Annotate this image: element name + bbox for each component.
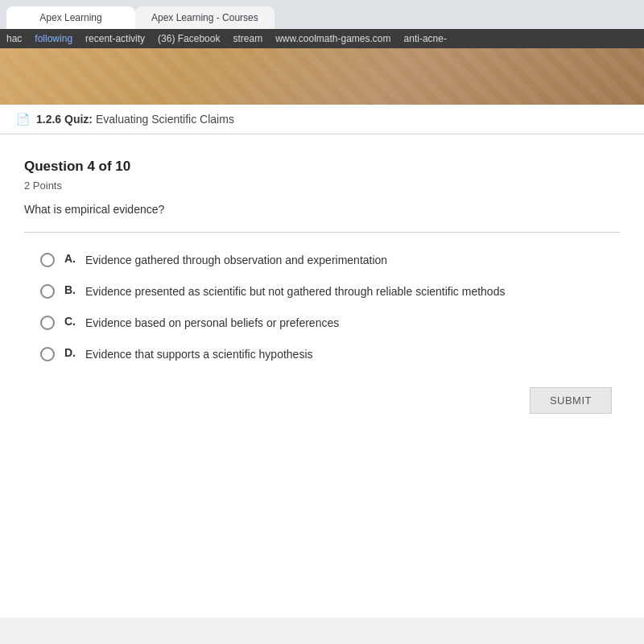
nav-item-recent-activity[interactable]: recent-activity xyxy=(85,33,145,44)
nav-item-coolmath[interactable]: www.coolmath-games.com xyxy=(275,33,390,44)
radio-d[interactable] xyxy=(40,347,55,361)
page-banner xyxy=(0,48,644,105)
nav-bar: hac following recent-activity (36) Faceb… xyxy=(0,29,644,48)
nav-item-facebook[interactable]: (36) Facebook xyxy=(158,33,220,44)
question-text: What is empirical evidence? xyxy=(24,203,620,216)
tab-label: Apex Learning xyxy=(39,12,101,23)
option-a[interactable]: A. Evidence gathered through observation… xyxy=(40,252,620,269)
option-c[interactable]: C. Evidence based on personal beliefs or… xyxy=(40,315,620,332)
question-header: Question 4 of 10 xyxy=(24,159,620,175)
nav-item-stream[interactable]: stream xyxy=(233,33,262,44)
main-content: Question 4 of 10 2 Points What is empiri… xyxy=(0,134,644,617)
tab-apex-learning[interactable]: Apex Learning xyxy=(6,6,135,29)
radio-b[interactable] xyxy=(40,284,55,299)
option-b-text: Evidence presented as scientific but not… xyxy=(85,283,505,300)
nav-item-anti-acne[interactable]: anti-acne- xyxy=(404,33,447,44)
option-b-letter: B. xyxy=(64,283,76,296)
submit-button[interactable]: SUBMIT xyxy=(530,387,612,414)
quiz-header: 📄 1.2.6 Quiz: Evaluating Scientific Clai… xyxy=(0,105,644,134)
quiz-name: Evaluating Scientific Claims xyxy=(96,113,234,126)
option-a-letter: A. xyxy=(64,252,76,265)
radio-a[interactable] xyxy=(40,253,55,267)
nav-item-following[interactable]: following xyxy=(35,33,72,44)
document-icon: 📄 xyxy=(16,113,30,126)
nav-item-hac[interactable]: hac xyxy=(6,33,22,44)
tab-label: Apex Learning - Courses xyxy=(151,12,258,23)
option-a-text: Evidence gathered through observation an… xyxy=(85,252,387,269)
options-list: A. Evidence gathered through observation… xyxy=(24,252,620,363)
option-d-letter: D. xyxy=(64,346,76,359)
option-d[interactable]: D. Evidence that supports a scientific h… xyxy=(40,346,620,363)
option-d-text: Evidence that supports a scientific hypo… xyxy=(85,346,313,363)
points-label: 2 Points xyxy=(24,180,620,192)
option-b[interactable]: B. Evidence presented as scientific but … xyxy=(40,283,620,300)
option-c-text: Evidence based on personal beliefs or pr… xyxy=(85,315,339,332)
quiz-label: 1.2.6 Quiz: xyxy=(36,113,93,126)
tab-bar: Apex Learning Apex Learning - Courses xyxy=(0,0,644,29)
divider xyxy=(24,232,620,233)
option-c-letter: C. xyxy=(64,315,76,328)
tab-apex-courses[interactable]: Apex Learning - Courses xyxy=(135,6,275,29)
submit-area: SUBMIT xyxy=(24,363,620,422)
radio-c[interactable] xyxy=(40,316,55,330)
